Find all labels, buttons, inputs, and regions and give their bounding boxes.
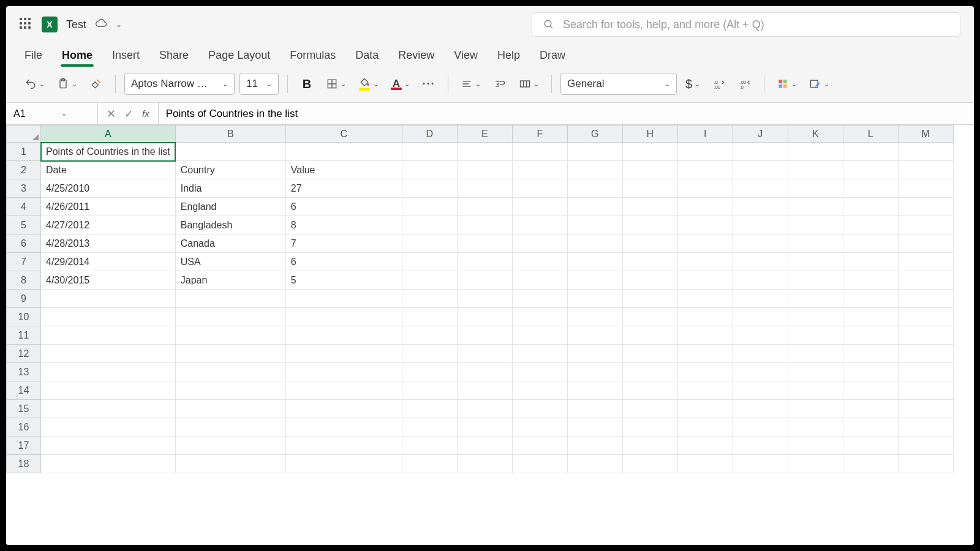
cell-E10[interactable] bbox=[457, 308, 512, 326]
cell-M14[interactable] bbox=[898, 381, 953, 400]
cell-G18[interactable] bbox=[567, 455, 622, 473]
cell-M5[interactable] bbox=[898, 216, 953, 234]
column-header-K[interactable]: K bbox=[788, 126, 843, 143]
cell-H3[interactable] bbox=[622, 179, 677, 198]
format-painter-button[interactable] bbox=[86, 73, 107, 95]
cell-E15[interactable] bbox=[457, 400, 512, 418]
cell-K18[interactable] bbox=[788, 455, 843, 473]
cell-M11[interactable] bbox=[898, 326, 953, 345]
cell-M18[interactable] bbox=[898, 455, 953, 473]
paste-button[interactable]: ⌄ bbox=[53, 73, 81, 95]
cell-D4[interactable] bbox=[402, 198, 457, 216]
cell-D2[interactable] bbox=[402, 161, 457, 179]
formula-input[interactable] bbox=[166, 108, 967, 120]
tab-review[interactable]: Review bbox=[397, 45, 435, 68]
cell-H1[interactable] bbox=[622, 143, 677, 161]
cell-D10[interactable] bbox=[402, 308, 457, 326]
cell-J17[interactable] bbox=[733, 437, 788, 455]
column-header-J[interactable]: J bbox=[733, 126, 788, 143]
cell-E12[interactable] bbox=[457, 345, 512, 363]
cell-F7[interactable] bbox=[512, 253, 567, 271]
cell-C12[interactable] bbox=[285, 345, 402, 363]
cell-G8[interactable] bbox=[567, 271, 622, 290]
name-box[interactable]: ⌄ bbox=[6, 103, 98, 124]
cell-L13[interactable] bbox=[843, 363, 898, 381]
cell-I18[interactable] bbox=[677, 455, 733, 473]
cell-E18[interactable] bbox=[457, 455, 512, 473]
cell-I14[interactable] bbox=[677, 381, 733, 400]
cell-H6[interactable] bbox=[622, 234, 677, 253]
cell-D14[interactable] bbox=[402, 381, 457, 400]
cell-K7[interactable] bbox=[788, 253, 843, 271]
cancel-formula-icon[interactable]: ✕ bbox=[107, 107, 116, 121]
cell-M4[interactable] bbox=[898, 198, 953, 216]
cell-E6[interactable] bbox=[457, 234, 512, 253]
undo-button[interactable]: ⌄ bbox=[21, 73, 48, 95]
cell-B5[interactable]: Bangladesh bbox=[175, 216, 285, 234]
column-header-L[interactable]: L bbox=[843, 126, 898, 143]
column-header-C[interactable]: C bbox=[285, 126, 402, 143]
cell-D9[interactable] bbox=[402, 290, 457, 308]
borders-button[interactable]: ⌄ bbox=[322, 73, 350, 95]
cell-F1[interactable] bbox=[512, 143, 567, 161]
cell-E4[interactable] bbox=[457, 198, 512, 216]
cell-A10[interactable] bbox=[41, 308, 176, 326]
cell-B11[interactable] bbox=[175, 326, 285, 345]
row-header-10[interactable]: 10 bbox=[7, 308, 41, 326]
cell-A16[interactable] bbox=[41, 418, 176, 437]
cell-A7[interactable]: 4/29/2014 bbox=[41, 253, 176, 271]
cell-G15[interactable] bbox=[567, 400, 622, 418]
namebox-dropdown-icon[interactable]: ⌄ bbox=[61, 110, 67, 118]
cell-F9[interactable] bbox=[512, 290, 567, 308]
cell-K17[interactable] bbox=[788, 437, 843, 455]
row-header-2[interactable]: 2 bbox=[7, 161, 41, 179]
cell-G2[interactable] bbox=[567, 161, 622, 179]
row-header-16[interactable]: 16 bbox=[7, 418, 41, 437]
row-header-5[interactable]: 5 bbox=[7, 216, 41, 234]
cell-E1[interactable] bbox=[457, 143, 512, 161]
increase-decimal-button[interactable]: .0.00 bbox=[709, 73, 729, 95]
cell-F13[interactable] bbox=[512, 363, 567, 381]
cell-H4[interactable] bbox=[622, 198, 677, 216]
row-header-14[interactable]: 14 bbox=[7, 381, 41, 400]
cell-I15[interactable] bbox=[677, 400, 733, 418]
cell-J12[interactable] bbox=[733, 345, 788, 363]
cell-E14[interactable] bbox=[457, 381, 512, 400]
row-header-15[interactable]: 15 bbox=[7, 400, 41, 418]
cell-E16[interactable] bbox=[457, 418, 512, 437]
cell-I11[interactable] bbox=[677, 326, 733, 345]
cell-B17[interactable] bbox=[175, 437, 285, 455]
cell-H17[interactable] bbox=[622, 437, 677, 455]
cell-M2[interactable] bbox=[898, 161, 953, 179]
cell-E13[interactable] bbox=[457, 363, 512, 381]
cell-H8[interactable] bbox=[622, 271, 677, 290]
cell-C18[interactable] bbox=[285, 455, 402, 473]
cell-B8[interactable]: Japan bbox=[175, 271, 285, 290]
cell-C11[interactable] bbox=[285, 326, 402, 345]
cell-C16[interactable] bbox=[285, 418, 402, 437]
cell-H15[interactable] bbox=[622, 400, 677, 418]
cell-M13[interactable] bbox=[898, 363, 953, 381]
cell-A1[interactable]: Points of Countries in the list bbox=[41, 143, 176, 161]
cell-H9[interactable] bbox=[622, 290, 677, 308]
cell-L10[interactable] bbox=[843, 308, 898, 326]
cell-F15[interactable] bbox=[512, 400, 567, 418]
cell-I2[interactable] bbox=[677, 161, 733, 179]
row-header-6[interactable]: 6 bbox=[7, 234, 41, 253]
cell-I7[interactable] bbox=[677, 253, 733, 271]
cell-J9[interactable] bbox=[733, 290, 788, 308]
cell-A18[interactable] bbox=[41, 455, 176, 473]
cell-M10[interactable] bbox=[898, 308, 953, 326]
cell-A12[interactable] bbox=[41, 345, 176, 363]
cell-L1[interactable] bbox=[843, 143, 898, 161]
font-color-button[interactable]: A⌄ bbox=[387, 73, 413, 95]
document-name[interactable]: Test bbox=[66, 18, 86, 31]
cell-B6[interactable]: Canada bbox=[175, 234, 285, 253]
cell-A14[interactable] bbox=[41, 381, 176, 400]
cell-J11[interactable] bbox=[733, 326, 788, 345]
cell-H2[interactable] bbox=[622, 161, 677, 179]
accept-formula-icon[interactable]: ✓ bbox=[124, 107, 134, 121]
cell-L16[interactable] bbox=[843, 418, 898, 437]
title-dropdown-icon[interactable]: ⌄ bbox=[116, 20, 122, 29]
font-name-dropdown[interactable]: Aptos Narrow …⌄ bbox=[124, 73, 235, 95]
